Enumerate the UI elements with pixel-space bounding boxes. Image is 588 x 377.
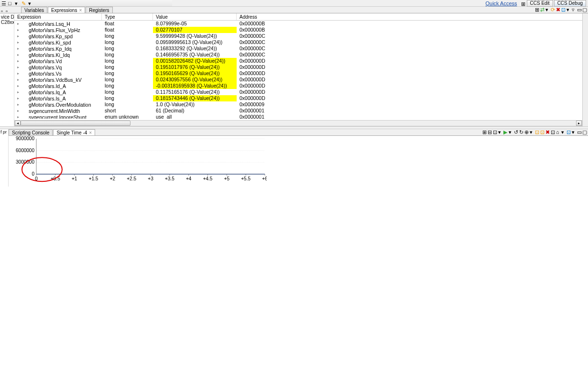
toolbar-icon[interactable]: ▾ [545,7,550,11]
toolbar-button[interactable]: ▾ [15,0,21,6]
open-perspective-icon[interactable]: ⊞ [521,1,526,6]
views-tab-row: ▫ ▫ Variables Expressions × Registers ⊞ … [0,7,588,13]
minimize-icon[interactable]: ▭ [577,7,582,11]
close-icon[interactable]: × [79,8,82,13]
toolbar-icon[interactable]: ▾ [566,7,571,11]
maximize-icon[interactable]: ▫ [6,8,11,13]
perspective-bar: Quick Access ⊞ CCS Edit CCS Debug [172,0,588,7]
toolbar-button[interactable]: ☰ [1,0,7,6]
toolbar-icon[interactable]: ⊞ [535,7,540,11]
tab-registers[interactable]: Registers [86,7,112,13]
toolbar-icon[interactable]: ⟳ [551,7,555,11]
collapse-all-icon[interactable]: ✖ [556,7,561,11]
minimize-icon[interactable]: ▫ [1,8,6,13]
tab-expressions[interactable]: Expressions × [48,7,85,13]
toolbar-button[interactable]: ▾ [28,0,34,6]
view-menu-icon[interactable]: ▿ [572,7,577,11]
toolbar-button[interactable]: ✎ [22,0,27,6]
quick-access-link[interactable]: Quick Access [485,0,517,6]
toolbar-icon[interactable]: ⇄ [540,7,545,11]
perspective-ccs-edit[interactable]: CCS Edit [527,0,553,7]
maximize-icon[interactable]: ▢ [582,7,587,11]
tab-variables[interactable]: Variables [21,7,47,13]
perspective-ccs-debug[interactable]: CCS Debug [554,0,586,7]
toolbar-icon[interactable]: ⊡ [561,7,566,11]
toolbar-button[interactable]: □ [8,0,14,6]
